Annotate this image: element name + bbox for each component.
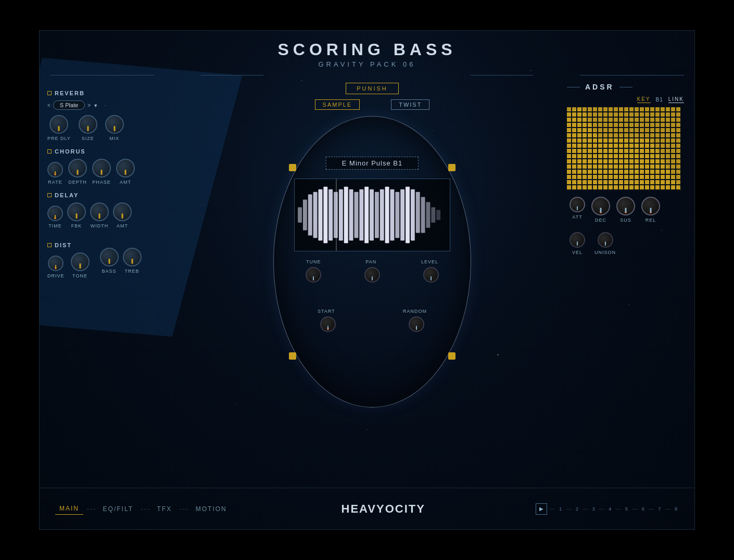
oval-corner-bl [289, 352, 296, 360]
adsr-key[interactable]: KEY [637, 96, 651, 103]
size-knob-group: SIZE [79, 115, 97, 141]
seq-5[interactable]: 5 [624, 506, 629, 512]
time-knob[interactable] [47, 206, 63, 221]
size-knob[interactable] [79, 115, 97, 134]
adsr-knobs: ATT DEC SUS REL [567, 197, 687, 223]
nav-sep-1: - - - [87, 506, 95, 512]
dist-checkbox[interactable] [47, 243, 52, 247]
seq-6[interactable]: 6 [640, 506, 646, 512]
hline-center-left [201, 75, 263, 75]
drive-knob[interactable] [48, 256, 64, 271]
delay-amt-knob[interactable] [113, 202, 132, 221]
pan-knob[interactable] [364, 267, 380, 283]
bass-knob[interactable] [100, 248, 119, 266]
random-knob[interactable] [409, 316, 424, 332]
dist-knobs: DRIVE TONE [47, 252, 90, 278]
seq-4[interactable]: 4 [607, 506, 613, 512]
mix-knob[interactable] [105, 115, 124, 134]
svg-rect-10 [349, 189, 353, 241]
seq-8[interactable]: 8 [673, 506, 679, 512]
waveform-box [294, 179, 450, 251]
header: SCORING BASS GRAVITY PACK 06 [40, 31, 694, 68]
chorus-checkbox[interactable] [47, 149, 52, 154]
punish-button[interactable]: PUNISH [346, 83, 399, 94]
svg-rect-11 [355, 192, 359, 238]
sus-knob[interactable] [616, 197, 635, 215]
tone-knob-group: TONE [71, 252, 90, 278]
size-label: SIZE [82, 136, 94, 141]
reverb-next-arrow[interactable]: > [87, 103, 91, 108]
dist-section: DIST DRIVE TONE [47, 235, 90, 278]
pan-label: PAN [365, 259, 376, 264]
seq-7[interactable]: 7 [656, 506, 662, 512]
seq-3[interactable]: 3 [591, 506, 597, 512]
play-button[interactable]: ▶ [536, 503, 547, 515]
nav-sep-3: - - - [180, 506, 188, 512]
twist-button[interactable]: TWIST [391, 99, 429, 110]
rate-knob[interactable] [47, 162, 63, 177]
tone-label: TONE [72, 273, 87, 278]
reverb-dropdown-arrow[interactable]: ▼ [93, 103, 98, 108]
reverb-preset[interactable]: S Plate [53, 100, 85, 110]
adsr-link[interactable]: LINK [668, 96, 684, 103]
delay-checkbox[interactable] [47, 193, 52, 197]
pre-dly-knob[interactable] [49, 115, 68, 134]
tpl-knobs [284, 267, 461, 283]
seq-dots-5: ---- [615, 506, 621, 511]
svg-rect-19 [395, 192, 399, 238]
depth-knob[interactable] [68, 159, 87, 177]
level-knob[interactable] [423, 267, 439, 283]
reverb-prev-arrow[interactable]: < [47, 103, 50, 108]
dec-knob[interactable] [591, 197, 610, 215]
treb-knob[interactable] [123, 248, 142, 266]
att-knob[interactable] [570, 197, 585, 212]
att-knob-group: ATT [570, 197, 585, 223]
chorus-amt-knob[interactable] [116, 159, 135, 177]
tab-eq-filt[interactable]: EQ/FILT [99, 503, 137, 515]
plugin-subtitle: GRAVITY PACK 06 [319, 60, 416, 68]
seq-2[interactable]: 2 [574, 506, 580, 512]
start-knob[interactable] [320, 316, 336, 332]
time-knob-group: TIME [47, 206, 63, 228]
chorus-amt-knob-group: AMT [116, 159, 135, 185]
oval-corner-br [448, 352, 455, 360]
fbk-knob[interactable] [67, 202, 86, 221]
reverb-checkbox[interactable] [47, 91, 52, 95]
plugin-title: SCORING BASS [277, 40, 456, 59]
svg-rect-14 [370, 189, 374, 241]
bottom-nav: MAIN - - - EQ/FILT - - - TFX - - - MOTIO… [40, 488, 694, 529]
svg-rect-13 [364, 187, 369, 243]
sample-button[interactable]: SAMPLE [315, 99, 360, 110]
tab-main[interactable]: MAIN [55, 503, 83, 515]
sr-knobs [284, 316, 461, 332]
svg-rect-16 [380, 189, 384, 241]
chorus-knobs: RATE DEPTH PHASE AMT [47, 159, 178, 185]
tab-tfx[interactable]: TFX [153, 503, 176, 515]
phase-knob[interactable] [92, 159, 111, 177]
rel-knob[interactable] [641, 197, 660, 215]
pre-dly-knob-group: PRE DLY [47, 115, 71, 141]
treb-knob-group: TREB [123, 248, 142, 274]
rate-knob-group: RATE [47, 162, 63, 185]
width-label: WIDTH [91, 223, 109, 228]
reverb-label: REVERB [55, 90, 85, 96]
hline-left [50, 75, 154, 75]
svg-rect-25 [426, 202, 431, 227]
oval-container: E Minor Pulse B1 [273, 116, 471, 408]
adsr-key-link-row: KEY B1 LINK [567, 96, 687, 103]
width-knob[interactable] [90, 202, 109, 221]
rel-label: REL [646, 218, 656, 223]
oval-corner-tr [448, 164, 455, 171]
unison-knob[interactable] [598, 232, 613, 248]
seq-1[interactable]: 1 [558, 506, 563, 512]
tab-motion[interactable]: MOTION [192, 503, 231, 515]
pre-dly-label: PRE DLY [47, 136, 71, 141]
bass-label: BASS [102, 269, 117, 274]
waveform-display [295, 179, 450, 251]
vel-knob[interactable] [570, 232, 585, 248]
adsr-line-left [567, 87, 580, 87]
waveform-svg [295, 179, 450, 251]
tune-knob[interactable] [306, 267, 321, 283]
tone-knob[interactable] [71, 252, 90, 271]
svg-rect-5 [323, 187, 327, 243]
